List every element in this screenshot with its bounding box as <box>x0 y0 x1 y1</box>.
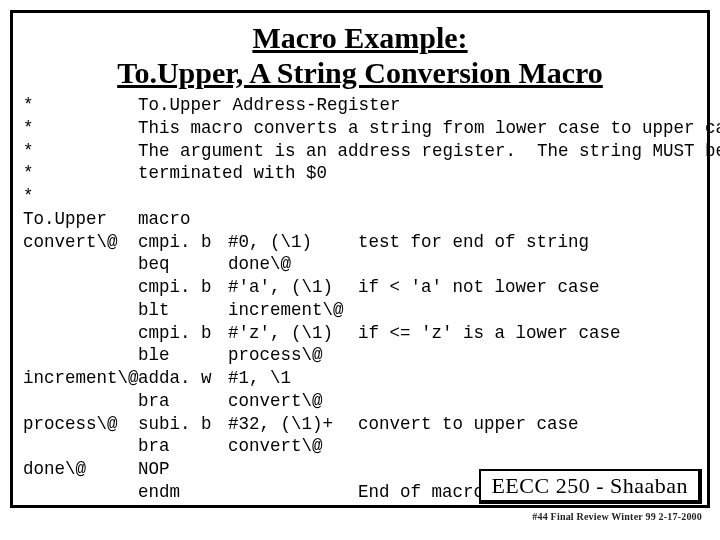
code-listing: *To.Upper Address-Register*This macro co… <box>23 94 697 504</box>
code-label: increment\@ <box>23 367 138 390</box>
slide-frame: Macro Example: To.Upper, A String Conver… <box>10 10 710 508</box>
code-note <box>358 390 697 413</box>
code-label: done\@ <box>23 458 138 481</box>
code-op: subi. b <box>138 413 228 436</box>
code-note <box>358 299 697 322</box>
comment-text: The argument is an address register. The… <box>138 140 720 163</box>
code-note: if < 'a' not lower case <box>358 276 697 299</box>
code-label: To.Upper <box>23 208 138 231</box>
title-line-2: To.Upper, A String Conversion Macro <box>117 56 603 89</box>
code-row: bleprocess\@ <box>23 344 697 367</box>
slide: Macro Example: To.Upper, A String Conver… <box>0 0 720 540</box>
comment-row: *To.Upper Address-Register <box>23 94 697 117</box>
code-note <box>358 344 697 367</box>
code-arg: #1, \1 <box>228 367 358 390</box>
comment-text: To.Upper Address-Register <box>138 94 697 117</box>
code-op: cmpi. b <box>138 231 228 254</box>
code-note <box>358 435 697 458</box>
code-op: cmpi. b <box>138 322 228 345</box>
code-note: if <= 'z' is a lower case <box>358 322 697 345</box>
code-arg <box>228 208 358 231</box>
title-line-1: Macro Example: <box>252 21 467 54</box>
comment-row: *The argument is an address register. Th… <box>23 140 697 163</box>
code-row: increment\@adda. w#1, \1 <box>23 367 697 390</box>
code-op: bra <box>138 390 228 413</box>
comment-marker: * <box>23 162 138 185</box>
course-tag: EECC 250 - Shaaban <box>479 469 702 504</box>
code-arg: process\@ <box>228 344 358 367</box>
code-arg: #'a', (\1) <box>228 276 358 299</box>
code-note <box>358 367 697 390</box>
comment-row: *terminated with $0 <box>23 162 697 185</box>
code-note <box>358 253 697 276</box>
code-row: cmpi. b#'z', (\1)if <= 'z' is a lower ca… <box>23 322 697 345</box>
code-note <box>358 208 697 231</box>
code-arg: increment\@ <box>228 299 358 322</box>
code-op: NOP <box>138 458 228 481</box>
code-row: process\@subi. b#32, (\1)+convert to upp… <box>23 413 697 436</box>
code-op: ble <box>138 344 228 367</box>
comment-row: *This macro converts a string from lower… <box>23 117 697 140</box>
code-label: process\@ <box>23 413 138 436</box>
code-note: test for end of string <box>358 231 697 254</box>
code-arg: done\@ <box>228 253 358 276</box>
code-row: convert\@cmpi. b#0, (\1)test for end of … <box>23 231 697 254</box>
code-op: blt <box>138 299 228 322</box>
code-label <box>23 344 138 367</box>
code-op: beq <box>138 253 228 276</box>
code-row: cmpi. b#'a', (\1)if < 'a' not lower case <box>23 276 697 299</box>
code-row: To.Uppermacro <box>23 208 697 231</box>
code-op: bra <box>138 435 228 458</box>
code-arg: convert\@ <box>228 435 358 458</box>
comment-marker: * <box>23 140 138 163</box>
code-arg: #32, (\1)+ <box>228 413 358 436</box>
code-row: beqdone\@ <box>23 253 697 276</box>
code-arg <box>228 458 358 481</box>
code-label <box>23 390 138 413</box>
code-op: macro <box>138 208 228 231</box>
comment-marker: * <box>23 117 138 140</box>
comment-marker: * <box>23 185 138 208</box>
code-arg: #0, (\1) <box>228 231 358 254</box>
slide-title: Macro Example: To.Upper, A String Conver… <box>23 21 697 90</box>
code-label <box>23 435 138 458</box>
comment-text: terminated with $0 <box>138 162 697 185</box>
code-row: braconvert\@ <box>23 390 697 413</box>
slide-meta: #44 Final Review Winter 99 2-17-2000 <box>532 511 702 522</box>
comment-text: This macro converts a string from lower … <box>138 117 720 140</box>
comment-text <box>138 185 697 208</box>
code-row: bltincrement\@ <box>23 299 697 322</box>
code-op: adda. w <box>138 367 228 390</box>
code-label: convert\@ <box>23 231 138 254</box>
code-label <box>23 481 138 504</box>
code-label <box>23 322 138 345</box>
code-arg <box>228 481 358 504</box>
code-note: convert to upper case <box>358 413 697 436</box>
code-label <box>23 276 138 299</box>
comment-marker: * <box>23 94 138 117</box>
code-arg: #'z', (\1) <box>228 322 358 345</box>
code-op: endm <box>138 481 228 504</box>
comment-row: * <box>23 185 697 208</box>
code-op: cmpi. b <box>138 276 228 299</box>
code-row: braconvert\@ <box>23 435 697 458</box>
code-arg: convert\@ <box>228 390 358 413</box>
code-label <box>23 253 138 276</box>
code-label <box>23 299 138 322</box>
